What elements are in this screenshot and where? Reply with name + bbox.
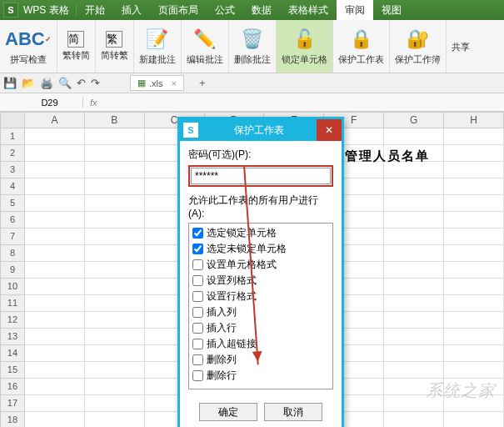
cell[interactable] <box>25 145 85 162</box>
close-file-icon[interactable]: × <box>172 78 177 88</box>
cell[interactable] <box>384 162 444 178</box>
cell[interactable] <box>85 262 145 279</box>
cell[interactable] <box>444 245 504 262</box>
row-header[interactable]: 7 <box>0 229 25 245</box>
cell[interactable] <box>384 412 444 427</box>
cell[interactable] <box>85 145 145 162</box>
cell[interactable] <box>25 279 85 295</box>
cell[interactable] <box>85 195 145 212</box>
file-tab[interactable]: ▦ .xls × <box>130 75 184 91</box>
column-header[interactable]: H <box>444 112 504 128</box>
cell[interactable] <box>384 212 444 229</box>
cell[interactable] <box>25 178 85 195</box>
cell[interactable] <box>25 379 85 395</box>
cell[interactable] <box>25 345 85 362</box>
row-header[interactable]: 13 <box>0 329 25 345</box>
cell[interactable] <box>85 245 145 262</box>
redo-icon[interactable]: ↷ <box>91 77 100 89</box>
permission-checkbox[interactable] <box>192 339 203 349</box>
protect-sheet-button[interactable]: 🔒 保护工作表 <box>333 20 390 73</box>
cell[interactable] <box>444 329 504 345</box>
menu-tab-公式[interactable]: 公式 <box>207 0 243 20</box>
cell[interactable] <box>384 279 444 295</box>
delete-comment-button[interactable]: 🗑️ 删除批注 <box>229 20 277 73</box>
cell[interactable] <box>384 245 444 262</box>
cell[interactable] <box>444 195 504 212</box>
cell[interactable] <box>85 279 145 295</box>
cell[interactable] <box>384 295 444 312</box>
cell[interactable] <box>85 329 145 345</box>
undo-icon[interactable]: ↶ <box>77 77 86 89</box>
cell[interactable] <box>85 412 145 427</box>
cancel-button[interactable]: 取消 <box>264 403 322 421</box>
cell[interactable] <box>85 379 145 395</box>
open-icon[interactable]: 📂 <box>22 77 35 89</box>
new-comment-button[interactable]: 📝 新建批注 <box>134 20 182 73</box>
cell[interactable] <box>25 212 85 229</box>
cell[interactable] <box>384 329 444 345</box>
cell[interactable] <box>25 312 85 329</box>
save-icon[interactable]: 💾 <box>3 77 17 89</box>
cell[interactable] <box>25 412 85 427</box>
permission-checkbox[interactable] <box>192 354 203 365</box>
permission-item[interactable]: 删除行 <box>191 368 331 384</box>
cell[interactable] <box>25 395 85 412</box>
cell[interactable] <box>25 362 85 379</box>
spellcheck-button[interactable]: ABC✓ 拼写检查 <box>0 20 57 73</box>
permission-checkbox[interactable] <box>192 291 203 302</box>
cell[interactable] <box>25 329 85 345</box>
menu-tab-视图[interactable]: 视图 <box>373 0 410 20</box>
permission-checkbox[interactable] <box>192 275 203 286</box>
permission-checkbox[interactable] <box>192 228 203 239</box>
permission-item[interactable]: 设置行格式 <box>191 289 331 304</box>
cell[interactable] <box>384 345 444 362</box>
column-header[interactable]: G <box>384 112 444 128</box>
permission-item[interactable]: 插入列 <box>191 304 331 320</box>
row-header[interactable]: 14 <box>0 345 25 362</box>
cell[interactable] <box>85 345 145 362</box>
column-header[interactable]: B <box>85 112 145 128</box>
cell[interactable] <box>444 279 504 295</box>
row-header[interactable]: 1 <box>0 128 25 145</box>
ok-button[interactable]: 确定 <box>199 403 257 421</box>
cell[interactable] <box>444 229 504 245</box>
cell[interactable] <box>25 245 85 262</box>
row-header[interactable]: 11 <box>0 295 25 312</box>
row-header[interactable]: 10 <box>0 279 25 295</box>
add-tab-button[interactable]: + <box>192 77 212 89</box>
cell[interactable] <box>85 128 145 145</box>
row-header[interactable]: 8 <box>0 245 25 262</box>
cell[interactable] <box>444 178 504 195</box>
cell[interactable] <box>444 212 504 229</box>
menu-tab-页面布局[interactable]: 页面布局 <box>150 0 207 20</box>
permission-item[interactable]: 插入行 <box>191 320 331 336</box>
row-header[interactable]: 18 <box>0 412 25 427</box>
lock-cell-button[interactable]: 🔓 锁定单元格 <box>277 20 333 73</box>
permission-checkbox[interactable] <box>192 370 203 381</box>
name-box[interactable]: D29 <box>17 98 83 108</box>
permission-item[interactable]: 选定锁定单元格 <box>191 225 331 241</box>
menu-tab-审阅[interactable]: 审阅 <box>337 0 373 20</box>
cell[interactable] <box>25 162 85 178</box>
cell[interactable] <box>384 312 444 329</box>
cell[interactable] <box>25 262 85 279</box>
trad-to-simp-button[interactable]: 繁 简转繁 <box>96 20 134 73</box>
cell[interactable] <box>444 345 504 362</box>
row-header[interactable]: 9 <box>0 262 25 279</box>
cell[interactable] <box>444 262 504 279</box>
cell[interactable] <box>25 295 85 312</box>
cell[interactable] <box>25 229 85 245</box>
menu-tab-表格样式[interactable]: 表格样式 <box>280 0 337 20</box>
cell[interactable] <box>444 312 504 329</box>
cell[interactable] <box>85 312 145 329</box>
cell[interactable] <box>85 229 145 245</box>
row-header[interactable]: 17 <box>0 395 25 412</box>
menu-tab-数据[interactable]: 数据 <box>243 0 280 20</box>
protect-book-button[interactable]: 🔐 保护工作簿 <box>390 20 447 73</box>
row-header[interactable]: 15 <box>0 362 25 379</box>
row-header[interactable]: 16 <box>0 379 25 395</box>
cell[interactable] <box>384 178 444 195</box>
permission-item[interactable]: 设置单元格格式 <box>191 257 331 273</box>
menu-tab-插入[interactable]: 插入 <box>113 0 150 20</box>
permission-item[interactable]: 设置列格式 <box>191 273 331 289</box>
